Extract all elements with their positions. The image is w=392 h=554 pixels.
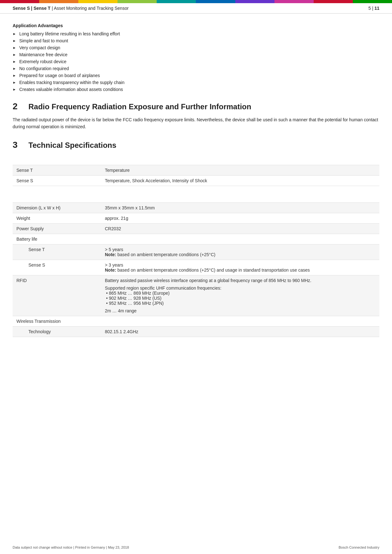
battery-sense-s-years: > 3 years (105, 262, 376, 268)
rfid-bullets: • 865 MHz … 869 MHz (Europe) • 902 MHz …… (106, 291, 376, 306)
bar-pink (274, 0, 314, 3)
list-item-text: Long battery lifetime resulting in less … (19, 31, 120, 36)
list-item-text: Very compact design (19, 45, 60, 50)
table-row: Technology 802.15.1 2.4GHz (13, 326, 379, 337)
battery-sense-t-label: Sense T (13, 244, 101, 260)
list-item: ► Extremely robust device (13, 59, 379, 64)
battery-sense-t-note: Note: based on ambient temperature condi… (105, 252, 376, 257)
power-supply-value: CR2032 (101, 223, 379, 234)
doc-header: Sense S | Sense T | Asset Monitoring and… (0, 3, 392, 14)
section2-number: 2 (13, 101, 22, 111)
rfid-line1: Battery assisted passive wireless interf… (105, 278, 376, 283)
section2-paragraph: The radiated output power of the device … (13, 116, 379, 130)
table-row: Battery life (13, 234, 379, 244)
table-row: Sense S > 3 years Note: based on ambient… (13, 260, 379, 275)
table-row: Wireless Transmission (13, 316, 379, 326)
rfid-label: RFID (13, 275, 101, 316)
technology-label: Technology (13, 326, 101, 337)
advantages-list: ► Long battery lifetime resulting in les… (13, 31, 379, 92)
section3-heading: 3 Technical Specifications (13, 140, 379, 150)
rfid-range: 2m … 4m range (105, 308, 376, 313)
rfid-bullet-2: • 902 MHz … 928 MHz (US) (106, 296, 376, 301)
top-color-bar (0, 0, 392, 3)
battery-sense-s-value: > 3 years Note: based on ambient tempera… (101, 260, 379, 275)
technical-data-table: Technical Data Dimension (L x W x H) 35m… (13, 192, 379, 337)
list-item-text: No configuration required (19, 66, 69, 71)
bar-red2 (314, 0, 353, 3)
table-row: Sense S Temperature, Shock Acceleration,… (13, 175, 379, 186)
rfid-bullet-1: • 865 MHz … 869 MHz (Europe) (106, 291, 376, 296)
list-item: ► Simple and fast to mount (13, 38, 379, 43)
list-item-text: Extremely robust device (19, 59, 66, 64)
table-row: Power Supply CR2032 (13, 223, 379, 234)
list-item-text: Maintenance free device (19, 52, 68, 57)
bullet-arrow-icon: ► (13, 67, 16, 70)
battery-sense-t-years: > 5 years (105, 247, 376, 252)
battery-life-label: Battery life (13, 234, 379, 244)
list-item: ► Maintenance free device (13, 52, 379, 57)
technology-value: 802.15.1 2.4GHz (101, 326, 379, 337)
sense-t-value: Temperature (101, 165, 379, 175)
weight-value: approx. 21g (101, 213, 379, 223)
page-current: 5 (368, 6, 371, 11)
table-header-row: Technical Data (13, 192, 379, 203)
battery-sense-t-value: > 5 years Note: based on ambient tempera… (101, 244, 379, 260)
list-item-text: Enables tracking transparency within the… (19, 80, 124, 85)
bar-red (0, 0, 39, 3)
list-item: ► Very compact design (13, 45, 379, 50)
rfid-bullet-3: • 952 MHz … 956 MHz (JPN) (106, 301, 376, 306)
table-row: Sense T > 5 years Note: based on ambient… (13, 244, 379, 260)
bar-orange (39, 0, 78, 3)
bullet-arrow-icon: ► (13, 87, 16, 91)
list-item: ► Prepared for usage on board of airplan… (13, 73, 379, 78)
bullet-arrow-icon: ► (13, 53, 16, 57)
doc-footer: Data subject not change without notice |… (13, 545, 379, 549)
dimension-value: 35mm x 35mm x 11.5mm (101, 202, 379, 213)
bar-green (353, 0, 392, 3)
section3-number: 3 (13, 140, 22, 150)
table-row: Weight approx. 21g (13, 213, 379, 223)
bullet-arrow-icon: ► (13, 46, 16, 50)
header-brand: Sense S | Sense T (13, 6, 51, 11)
footer-right: Bosch Connected Industry (339, 545, 379, 549)
list-item: ► Long battery lifetime resulting in les… (13, 31, 379, 36)
table-row: Sense T Temperature (13, 165, 379, 175)
weight-label: Weight (13, 213, 101, 223)
header-title: Sense S | Sense T | Asset Monitoring and… (13, 6, 129, 11)
wireless-transmission-label: Wireless Transmission (13, 316, 379, 326)
battery-sense-s-label: Sense S (13, 260, 101, 275)
technical-data-header: Technical Data (13, 192, 379, 203)
bar-teal (157, 0, 196, 3)
list-item: ► No configuration required (13, 66, 379, 71)
dimension-label: Dimension (L x W x H) (13, 202, 101, 213)
bullet-arrow-icon: ► (13, 74, 16, 77)
rfid-line2: Supported region specific UHF communicat… (105, 286, 376, 291)
measurement-parameters-table: Measurement Parameters Sense T Temperatu… (13, 155, 379, 186)
table-header-row: Measurement Parameters (13, 155, 379, 165)
bar-light-green (118, 0, 157, 3)
advantages-heading: Application Advantages (13, 23, 379, 28)
main-content: Application Advantages ► Long battery li… (0, 14, 392, 356)
list-item: ► Enables tracking transparency within t… (13, 80, 379, 85)
bar-purple (235, 0, 274, 3)
sense-s-label: Sense S (13, 175, 101, 186)
table-row: Dimension (L x W x H) 35mm x 35mm x 11.5… (13, 202, 379, 213)
sense-s-value: Temperature, Shock Acceleration, Intensi… (101, 175, 379, 186)
header-doc-title: Asset Monitoring and Tracking Sensor (54, 6, 129, 11)
section2-heading: 2 Radio Frequency Radiation Exposure and… (13, 101, 379, 111)
bullet-arrow-icon: ► (13, 60, 16, 63)
bullet-arrow-icon: ► (13, 81, 16, 84)
page-total: 11 (374, 6, 379, 11)
bar-blue (196, 0, 235, 3)
list-item-text: Prepared for usage on board of airplanes (19, 73, 100, 78)
sense-t-label: Sense T (13, 165, 101, 175)
application-advantages-section: Application Advantages ► Long battery li… (13, 23, 379, 92)
section2-title: Radio Frequency Radiation Exposure and F… (28, 102, 251, 111)
bullet-arrow-icon: ► (13, 39, 16, 43)
power-supply-label: Power Supply (13, 223, 101, 234)
footer-left: Data subject not change without notice |… (13, 545, 129, 549)
bar-yellow (78, 0, 118, 3)
list-item-text: Creates valuable information about asset… (19, 87, 123, 92)
list-item-text: Simple and fast to mount (19, 38, 68, 43)
section3-title: Technical Specifications (28, 141, 116, 150)
